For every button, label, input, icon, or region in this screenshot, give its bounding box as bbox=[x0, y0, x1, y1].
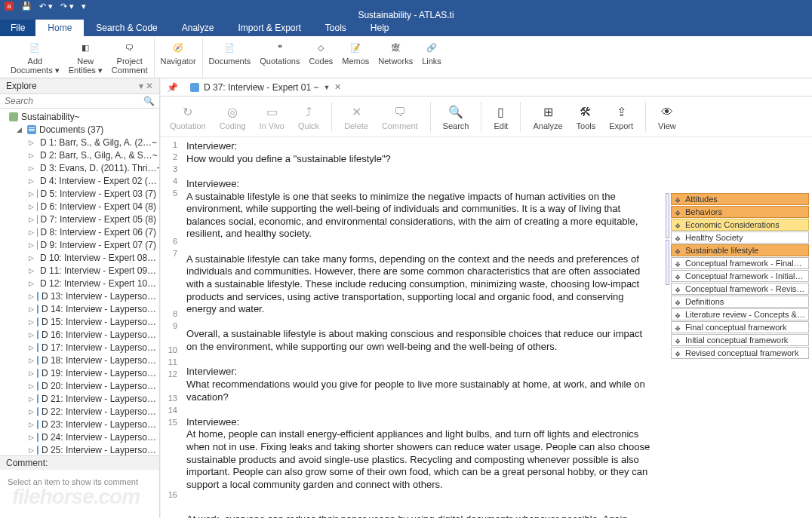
ribbon-project[interactable]: 🗨ProjectComment bbox=[112, 39, 148, 75]
expand-icon[interactable]: ▷ bbox=[29, 190, 34, 198]
expand-icon[interactable]: ▷ bbox=[29, 369, 34, 377]
document-node[interactable]: ▷D 9: Interview - Expert 07 (7) bbox=[3, 238, 159, 251]
expand-icon[interactable]: ▷ bbox=[29, 382, 34, 390]
tab-close-icon[interactable]: ✕ bbox=[334, 82, 341, 92]
code-tag[interactable]: Literature review - Concepts &… bbox=[671, 308, 809, 320]
documents-folder[interactable]: ◢ Documents (37) bbox=[3, 123, 159, 136]
document-node[interactable]: ▷D 3: Evans, D. (2011). Thri…~ bbox=[3, 161, 159, 174]
text-line[interactable]: Overall, a sustainable lifestyle is abou… bbox=[186, 328, 654, 353]
toolbar-view[interactable]: 👁View bbox=[654, 103, 681, 130]
document-node[interactable]: ▷D 22: Interview - Layperso… bbox=[3, 405, 159, 418]
search-input[interactable] bbox=[5, 96, 143, 106]
ribbon-new[interactable]: ◧NewEntities ▾ bbox=[69, 39, 103, 75]
menu-analyze[interactable]: Analyze bbox=[170, 20, 226, 36]
ribbon-memos[interactable]: 📝Memos bbox=[342, 39, 369, 66]
text-line[interactable] bbox=[186, 241, 654, 253]
text-line[interactable] bbox=[186, 354, 654, 366]
expand-icon[interactable]: ▷ bbox=[29, 318, 34, 326]
document-node[interactable]: ▷D 1: Barr, S., & Gilg, A. (2…~ bbox=[3, 136, 159, 149]
toolbar-tools[interactable]: 🛠Tools bbox=[572, 103, 601, 130]
redo-icon[interactable]: ↷ ▾ bbox=[60, 2, 74, 11]
expand-icon[interactable]: ▷ bbox=[29, 305, 34, 313]
text-line[interactable]: Interviewee: bbox=[186, 416, 654, 429]
expand-icon[interactable]: ◢ bbox=[17, 126, 24, 133]
menu-import-export[interactable]: Import & Export bbox=[226, 20, 312, 36]
expand-icon[interactable]: ▷ bbox=[29, 357, 34, 364]
expand-icon[interactable]: ▷ bbox=[29, 203, 34, 210]
text-line[interactable]: A sustainable lifestyle is one that seek… bbox=[186, 191, 654, 241]
toolbar-analyze[interactable]: ⊞Analyze bbox=[528, 103, 567, 130]
document-node[interactable]: ▷D 13: Interview - Layperso… bbox=[3, 290, 159, 302]
document-content[interactable]: Interviewer:How would you define a "sust… bbox=[182, 137, 666, 518]
ribbon-networks[interactable]: 🕸Networks bbox=[378, 39, 413, 66]
document-node[interactable]: ▷D 6: Interview - Expert 04 (8) bbox=[3, 200, 159, 213]
document-node[interactable]: ▷D 8: Interview - Expert 06 (7) bbox=[3, 225, 159, 238]
document-node[interactable]: ▷D 7: Interview - Expert 05 (8) bbox=[3, 213, 159, 225]
expand-icon[interactable]: ▷ bbox=[29, 331, 34, 339]
code-tag[interactable]: Attitudes bbox=[671, 193, 809, 205]
text-line[interactable]: What recommendations would you give for … bbox=[186, 379, 654, 403]
menu-home[interactable]: Home bbox=[35, 20, 84, 36]
expand-icon[interactable]: ▷ bbox=[29, 241, 34, 249]
expand-icon[interactable]: ▷ bbox=[29, 216, 34, 223]
text-line[interactable]: At work, everyone can reduce their paper… bbox=[186, 513, 654, 518]
expand-icon[interactable]: ▷ bbox=[29, 446, 34, 454]
document-node[interactable]: ▷D 24: Interview - Layperso… bbox=[3, 431, 159, 443]
ribbon-navigator[interactable]: 🧭Navigator bbox=[161, 39, 196, 66]
text-line[interactable]: Interviewee: bbox=[186, 178, 654, 191]
menu-search-code[interactable]: Search & Code bbox=[84, 20, 169, 36]
text-line[interactable]: How would you define a "sustainable life… bbox=[186, 153, 654, 166]
code-tag[interactable]: Healthy Society bbox=[671, 231, 809, 244]
document-node[interactable]: ▷D 15: Interview - Layperso… bbox=[3, 315, 159, 328]
ribbon-links[interactable]: 🔗Links bbox=[422, 39, 441, 66]
expand-icon[interactable]: ▷ bbox=[29, 408, 34, 415]
code-tag[interactable]: Final conceptual framework bbox=[671, 321, 809, 333]
save-icon[interactable]: 💾 bbox=[21, 2, 32, 11]
tab-dropdown-icon[interactable]: ▼ bbox=[323, 84, 330, 91]
text-line[interactable] bbox=[186, 165, 654, 178]
expand-icon[interactable]: ▷ bbox=[29, 344, 34, 351]
expand-icon[interactable]: ▷ bbox=[29, 280, 34, 287]
menu-help[interactable]: Help bbox=[358, 20, 401, 36]
ribbon-add[interactable]: 📄AddDocuments ▾ bbox=[11, 39, 60, 75]
code-tag[interactable]: Revised conceptual framework bbox=[671, 347, 809, 359]
expand-icon[interactable]: ▷ bbox=[29, 177, 34, 185]
document-node[interactable]: ▷D 11: Interview - Expert 09… bbox=[3, 264, 159, 277]
document-node[interactable]: ▷D 23: Interview - Layperso… bbox=[3, 418, 159, 431]
text-line[interactable] bbox=[186, 316, 654, 329]
expand-icon[interactable]: ▷ bbox=[29, 434, 34, 441]
document-node[interactable]: ▷D 20: Interview - Layperso… bbox=[3, 379, 159, 392]
document-node[interactable]: ▷D 17: Interview - Layperso… bbox=[3, 341, 159, 354]
document-node[interactable]: ▷D 14: Interview - Layperso… bbox=[3, 302, 159, 315]
ribbon-quotations[interactable]: ❝Quotations bbox=[260, 39, 300, 66]
document-node[interactable]: ▷D 5: Interview - Expert 03 (7) bbox=[3, 187, 159, 200]
expand-icon[interactable]: ▷ bbox=[29, 395, 34, 403]
text-line[interactable] bbox=[186, 403, 654, 416]
expand-icon[interactable]: ▷ bbox=[29, 254, 34, 262]
document-node[interactable]: ▷D 12: Interview - Expert 10… bbox=[3, 277, 159, 290]
expand-icon[interactable]: ▷ bbox=[29, 421, 34, 428]
explorer-search[interactable]: 🔍 bbox=[0, 94, 159, 109]
text-line[interactable]: Interviewer: bbox=[186, 366, 654, 379]
ribbon-codes[interactable]: ◇Codes bbox=[309, 39, 333, 66]
undo-icon[interactable]: ↶ ▾ bbox=[39, 2, 53, 11]
document-node[interactable]: ▷D 19: Interview - Layperso… bbox=[3, 366, 159, 379]
code-tag[interactable]: Conceptual framework - Revis… bbox=[671, 283, 809, 295]
document-node[interactable]: ▷D 25: Interview - Layperso… bbox=[3, 443, 159, 455]
text-line[interactable]: Interviewer: bbox=[186, 140, 654, 153]
text-line[interactable]: A sustainable lifestyle can take many fo… bbox=[186, 253, 654, 316]
document-node[interactable]: ▷D 18: Interview - Layperso… bbox=[3, 354, 159, 366]
expand-icon[interactable]: ▷ bbox=[29, 228, 34, 236]
expand-icon[interactable]: ▷ bbox=[29, 267, 34, 274]
code-tag[interactable]: Behaviors bbox=[671, 206, 809, 218]
toolbar-search[interactable]: 🔍Search bbox=[438, 103, 474, 130]
toolbar-export[interactable]: ⇪Export bbox=[604, 103, 638, 130]
explorer-tree[interactable]: Sustainability~ ◢ Documents (37) ▷D 1: B… bbox=[0, 109, 159, 455]
document-node[interactable]: ▷D 16: Interview - Layperso… bbox=[3, 328, 159, 341]
menu-file[interactable]: File bbox=[0, 20, 35, 36]
search-icon[interactable]: 🔍 bbox=[143, 96, 155, 106]
document-node[interactable]: ▷D 10: Interview - Expert 08… bbox=[3, 251, 159, 264]
document-node[interactable]: ▷D 2: Barr, S., Gilg, A., & S…~ bbox=[3, 149, 159, 161]
document-tab[interactable]: D 37: Interview - Expert 01 ~ ▼ ✕ bbox=[184, 81, 347, 94]
expand-icon[interactable]: ▷ bbox=[29, 139, 34, 146]
